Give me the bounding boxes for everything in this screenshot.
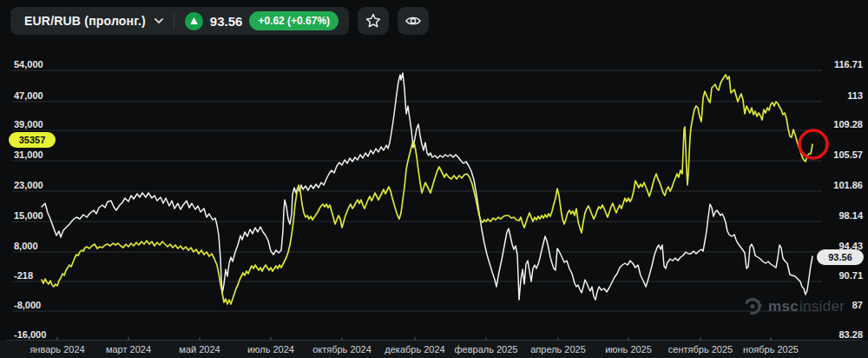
watermark-logo-icon <box>743 296 763 316</box>
favorite-button[interactable] <box>358 7 389 35</box>
star-icon <box>365 13 381 29</box>
watermark: mscinsider <box>743 296 845 316</box>
symbol-label: EUR/RUB (пролонг.) <box>24 14 146 28</box>
indicator-yellow-line <box>42 75 812 304</box>
trading-chart-app: 54,000116.7147,00011339,000109.2831,0001… <box>0 0 868 358</box>
watermark-text-bold: msc <box>768 298 799 315</box>
time-axis[interactable] <box>0 341 868 358</box>
watermark-text-light: insider <box>799 298 845 315</box>
visibility-button[interactable] <box>398 7 429 35</box>
chart-area: 54,000116.7147,00011339,000109.2831,0001… <box>0 0 868 358</box>
eye-icon <box>404 15 422 27</box>
highlight-circle-annotation <box>799 130 827 158</box>
symbol-selector[interactable]: EUR/RUB (пролонг.) 93.56 +0.62 (+0.67%) <box>10 7 349 35</box>
chevron-down-icon <box>155 18 163 23</box>
last-price-badge: 93.56 <box>817 249 864 265</box>
last-price: 93.56 <box>210 14 243 29</box>
price-change-badge: +0.62 (+0.67%) <box>249 11 339 30</box>
trend-up-icon <box>185 12 203 30</box>
toolbar-divider <box>174 14 174 28</box>
chart-toolbar: EUR/RUB (пролонг.) 93.56 +0.62 (+0.67%) <box>10 7 429 35</box>
yellow-series-value-badge: 35357 <box>9 132 56 148</box>
chart-canvas[interactable] <box>0 0 868 358</box>
